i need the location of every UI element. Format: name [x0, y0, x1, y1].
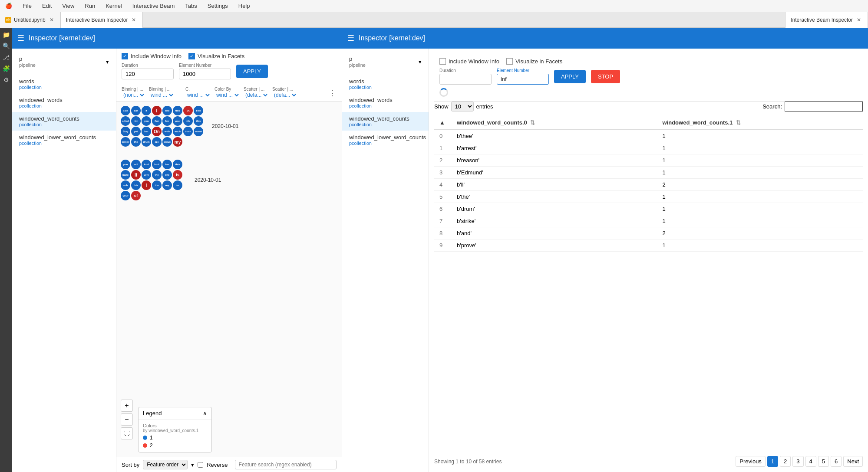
label-by-group: Color By wind ... [215, 87, 240, 98]
sidebar-icon-settings[interactable]: ⚙ [1, 75, 11, 85]
menu-run[interactable]: Run [83, 2, 97, 10]
table-row: 4 b'll' 2 [434, 179, 863, 191]
right-nav-windowed-words-sub: pcollection [349, 103, 422, 108]
tab-inspector-right[interactable]: Interactive Beam Inspector ✕ [785, 12, 868, 28]
next-button[interactable]: Next [843, 456, 863, 467]
left-controls-row1: ✓ Include Window Info ✓ Visualize in Fac… [122, 53, 337, 59]
table-row: 1 b'arrest' 1 [434, 142, 863, 154]
bubble: If [131, 170, 141, 180]
cell-index: 4 [434, 179, 452, 191]
color-by-select[interactable]: wind ... [185, 92, 211, 98]
th-col1[interactable]: windowed_word_counts.1 ⇅ [657, 116, 863, 130]
page-2-button[interactable]: 2 [780, 456, 791, 467]
duration-input[interactable] [122, 69, 174, 79]
binning2-select[interactable]: wind ... [149, 92, 175, 98]
right-table-area: Include Window Info Visualize in Facets … [429, 49, 868, 472]
left-nav-item-windowed-word-counts[interactable]: windowed_word_counts pcollection [12, 112, 116, 131]
sidebar-icon-extensions[interactable]: 🧩 [1, 63, 11, 74]
th-sort[interactable]: ▲ [434, 116, 452, 130]
right-stop-button[interactable]: STOP [591, 70, 620, 83]
bubble: it [142, 106, 151, 115]
left-panel-title: Inspector [kernel:dev] [29, 34, 95, 42]
legend-body: Colors by windowed_word_counts.1 1 2 [139, 420, 211, 452]
right-panel-content: p pipeline ▾ words pcollection windowed_… [342, 49, 868, 472]
scatter1-select[interactable]: (defa... [244, 92, 269, 98]
visualize-in-facets-group: ✓ Visualize in Facets [188, 53, 244, 59]
left-apply-button[interactable]: APPLY [236, 65, 268, 78]
sidebar-icon-git[interactable]: ⎇ [1, 52, 11, 62]
tab-close-untitled[interactable]: ✕ [48, 16, 55, 23]
page-6-button[interactable]: 6 [831, 456, 842, 467]
sidebar-icon-search[interactable]: 🔍 [1, 41, 11, 51]
left-nav-item-windowed-words[interactable]: windowed_words pcollection [12, 93, 116, 112]
left-binning-controls: Binning | ... (non... Binning | ... wind… [116, 84, 342, 102]
bubble: will [131, 160, 141, 169]
legend-collapse-icon[interactable]: ∧ [203, 410, 207, 416]
bubble: this [173, 160, 182, 169]
tab-inspector-left[interactable]: Interactive Beam Inspector ✕ [61, 12, 143, 28]
bubble: in [183, 106, 193, 115]
left-pipeline-dropdown[interactable]: p pipeline ▾ [19, 54, 109, 69]
left-hamburger-icon[interactable]: ☰ [17, 33, 24, 43]
previous-button[interactable]: Previous [736, 456, 766, 467]
right-nav-item-windowed-words[interactable]: windowed_words pcollection [342, 93, 429, 112]
binning1-select[interactable]: (non... [122, 92, 145, 98]
cell-col1: 2 [657, 227, 863, 239]
search-group: Search: [762, 102, 863, 111]
reverse-checkbox[interactable] [198, 462, 203, 468]
scatter2-select[interactable]: (defa... [272, 92, 297, 98]
right-visualize-in-facets-checkbox[interactable] [506, 58, 513, 65]
include-window-info-checkbox[interactable]: ✓ [122, 53, 128, 59]
left-nav-item-words-sub: pcollection [19, 85, 109, 90]
search-input[interactable] [785, 102, 863, 111]
more-options-button[interactable]: ⋮ [329, 88, 337, 98]
page-3-button[interactable]: 3 [792, 456, 803, 467]
feature-search-input[interactable] [235, 460, 337, 469]
sidebar-icon-folder[interactable]: 📁 [1, 30, 11, 40]
right-nav-item-wlwc[interactable]: windowed_lower_word_counts pcollection [342, 131, 429, 149]
tab-untitled[interactable]: nb Untitled.ipynb ✕ [0, 12, 61, 28]
tab-close-inspector-left[interactable]: ✕ [130, 16, 137, 23]
page-1-button[interactable]: 1 [767, 456, 778, 467]
sort-by-select[interactable]: Feature order [143, 460, 188, 469]
right-nav-item-words[interactable]: words pcollection [342, 75, 429, 93]
left-nav-item-words[interactable]: words pcollection [12, 75, 116, 93]
label-by-select[interactable]: wind ... [215, 92, 240, 98]
entries-select[interactable]: 10 25 50 100 [451, 102, 474, 111]
menu-help[interactable]: Help [237, 2, 252, 10]
bubble: wife [142, 170, 151, 180]
th-col0[interactable]: windowed_word_counts.0 ⇅ [452, 116, 657, 130]
menu-view[interactable]: View [60, 2, 76, 10]
menu-kernel[interactable]: Kernel [104, 2, 124, 10]
element-number-input[interactable] [179, 69, 231, 79]
legend-header[interactable]: Legend ∧ [139, 407, 211, 420]
menu-edit[interactable]: Edit [40, 2, 53, 10]
zoom-out-button[interactable]: − [121, 413, 133, 426]
main-layout: 📁 🔍 ⎇ 🧩 ⚙ ☰ Inspector [kernel:dev] p [0, 28, 868, 472]
bubble: And [142, 160, 151, 169]
cell-col0: b'Edmund' [452, 167, 657, 179]
menu-tabs[interactable]: Tabs [183, 2, 198, 10]
menu-file[interactable]: File [21, 2, 33, 10]
right-hamburger-icon[interactable]: ☰ [347, 33, 354, 43]
visualize-in-facets-checkbox[interactable]: ✓ [188, 53, 195, 59]
menu-apple[interactable]: 🍎 [3, 2, 14, 10]
cell-col0: b'thee' [452, 130, 657, 142]
menu-settings[interactable]: Settings [206, 2, 230, 10]
right-controls: Include Window Info Visualize in Facets … [434, 54, 863, 102]
page-5-button[interactable]: 5 [818, 456, 829, 467]
right-pipeline-dropdown[interactable]: p pipeline ▾ [349, 54, 422, 69]
menu-interactive-beam[interactable]: Interactive Beam [131, 2, 177, 10]
binning2-label: Binning | ... [149, 87, 175, 92]
left-nav-item-windowed-lower[interactable]: windowed_lower_word_counts pcollection [12, 131, 116, 149]
right-nav-item-wwc[interactable]: windowed_word_counts pcollection [342, 112, 429, 131]
right-apply-button[interactable]: APPLY [554, 70, 586, 83]
right-element-number-input[interactable] [497, 74, 549, 85]
page-4-button[interactable]: 4 [805, 456, 816, 467]
fullscreen-button[interactable]: ⛶ [121, 427, 133, 439]
right-duration-input[interactable] [439, 74, 492, 85]
zoom-in-button[interactable]: + [121, 400, 133, 412]
scatter2-label: Scatter | ... [272, 87, 297, 92]
tab-close-inspector-right[interactable]: ✕ [855, 16, 862, 23]
right-include-window-info-checkbox[interactable] [439, 58, 446, 65]
